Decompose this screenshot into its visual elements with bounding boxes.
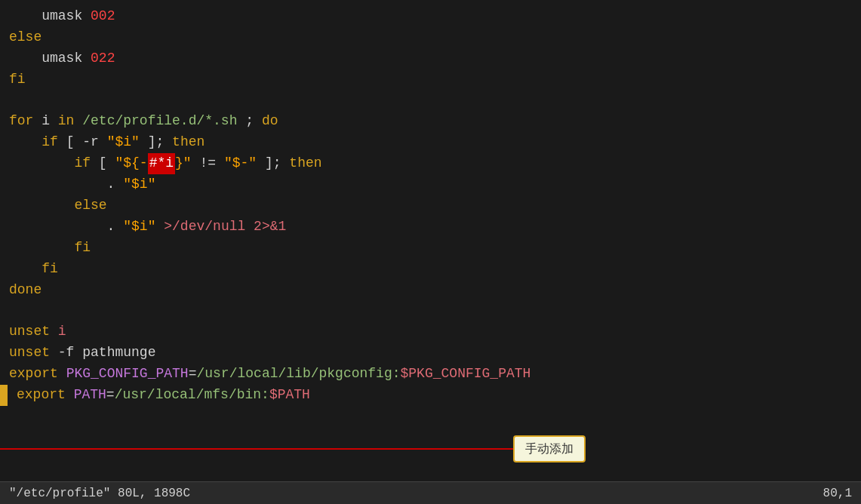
- tooltip-label: 手动添加: [525, 442, 573, 455]
- line-umask-002: umask 002: [0, 6, 861, 27]
- line-unset-f: unset -f pathmunge: [0, 343, 861, 364]
- line-blank-1: [0, 91, 861, 112]
- line-for: for i in /etc/profile.d/*.sh ; do: [0, 111, 861, 132]
- status-filename: "/etc/profile" 80L, 1898C: [9, 484, 823, 502]
- line-unset-i: unset i: [0, 321, 861, 343]
- status-bar: "/etc/profile" 80L, 1898C 80,1: [0, 481, 861, 504]
- tooltip-container: 手动添加: [0, 435, 861, 463]
- code-editor: umask 002 else umask 022 fi for i in /et…: [0, 0, 861, 481]
- line-fi-2: fi: [0, 238, 861, 259]
- tooltip-box: 手动添加: [513, 435, 586, 463]
- line-done: done: [0, 280, 861, 301]
- line-fi-1: fi: [0, 69, 861, 91]
- line-if-2: if [ "${-#*i}" != "$-" ]; then: [0, 153, 861, 174]
- line-export-path: export PATH=/usr/local/mfs/bin:$PATH: [0, 385, 861, 406]
- line-blank-2: [0, 300, 861, 321]
- line-if-1: if [ -r "$i" ]; then: [0, 132, 861, 153]
- line-dot-i: . "$i": [0, 174, 861, 195]
- arrow-line: [0, 448, 513, 450]
- line-else-2: else: [0, 195, 861, 217]
- line-umask-022: umask 022: [0, 48, 861, 69]
- line-export-pkg: export PKG_CONFIG_PATH=/usr/local/lib/pk…: [0, 364, 861, 385]
- line-else-1: else: [0, 27, 861, 48]
- line-fi-3: fi: [0, 259, 861, 280]
- status-position: 80,1: [823, 484, 852, 502]
- line-dot-null: . "$i" >/dev/null 2>&1: [0, 217, 861, 238]
- highlight-var: #*i: [148, 153, 175, 174]
